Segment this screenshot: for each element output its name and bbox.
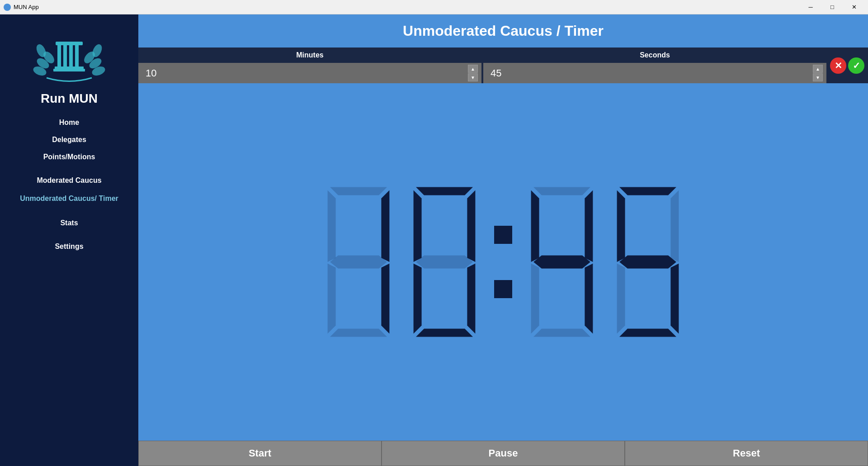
timer-settings: Minutes ▲ ▼ Seconds ▲ ▼ <box>138 48 868 83</box>
digit-display <box>318 176 689 348</box>
svg-rect-11 <box>69 45 73 68</box>
clock-display <box>138 83 868 441</box>
svg-marker-34 <box>585 264 593 334</box>
sidebar-nav: Home Delegates Points/Motions Moderated … <box>0 115 138 254</box>
svg-rect-8 <box>56 42 83 45</box>
digit-tens-seconds <box>521 176 603 348</box>
svg-marker-15 <box>330 187 387 195</box>
svg-marker-27 <box>467 264 475 334</box>
svg-marker-18 <box>330 256 387 269</box>
page-title-bar: Unmoderated Caucus / Timer <box>138 14 868 48</box>
app-icon <box>4 4 11 11</box>
sidebar-item-stats[interactable]: Stats <box>0 215 138 231</box>
page-title: Unmoderated Caucus / Timer <box>147 23 859 39</box>
pause-button[interactable]: Pause <box>382 441 625 466</box>
svg-marker-21 <box>330 329 387 337</box>
sidebar-item-unmoderated-caucus[interactable]: Unmoderated Caucus/ Timer <box>0 190 138 207</box>
app-body: Run MUN Home Delegates Points/Motions Mo… <box>0 14 868 466</box>
main-content: Unmoderated Caucus / Timer Minutes ▲ ▼ S… <box>138 14 868 466</box>
svg-marker-28 <box>416 329 473 337</box>
svg-marker-26 <box>414 264 422 334</box>
svg-rect-9 <box>57 45 61 68</box>
title-bar-controls: ─ □ ✕ <box>800 0 864 14</box>
seconds-field: Seconds ▲ ▼ <box>483 48 826 83</box>
svg-marker-24 <box>467 190 475 262</box>
seconds-spinner: ▲ ▼ <box>813 65 823 81</box>
svg-marker-42 <box>619 329 676 337</box>
svg-marker-25 <box>416 256 473 269</box>
svg-marker-23 <box>414 190 422 262</box>
title-bar: MUN App ─ □ ✕ <box>0 0 868 14</box>
start-button[interactable]: Start <box>138 441 382 466</box>
minutes-label: Minutes <box>138 48 481 63</box>
svg-marker-33 <box>531 264 539 334</box>
ok-button[interactable]: ✓ <box>848 57 864 74</box>
digit-units-minutes <box>404 176 485 348</box>
minutes-input[interactable] <box>142 66 468 81</box>
cancel-button[interactable]: ✕ <box>830 57 846 74</box>
svg-marker-35 <box>533 329 590 337</box>
sidebar-item-delegates[interactable]: Delegates <box>0 132 138 147</box>
svg-rect-14 <box>53 69 85 71</box>
svg-marker-41 <box>670 264 679 334</box>
svg-marker-20 <box>381 264 389 334</box>
svg-marker-16 <box>328 190 336 262</box>
digit-tens-minutes <box>318 176 399 348</box>
sidebar: Run MUN Home Delegates Points/Motions Mo… <box>0 14 138 466</box>
svg-marker-38 <box>670 190 679 262</box>
sidebar-item-points-motions[interactable]: Points/Motions <box>0 149 138 165</box>
reset-button[interactable]: Reset <box>625 441 868 466</box>
svg-marker-19 <box>328 264 336 334</box>
svg-marker-37 <box>617 190 625 262</box>
seconds-label: Seconds <box>483 48 826 63</box>
seconds-input[interactable] <box>487 66 813 81</box>
colon-separator <box>494 226 512 298</box>
minutes-up-button[interactable]: ▲ <box>468 65 478 73</box>
title-bar-left: MUN App <box>4 4 39 11</box>
colon-dot-top <box>494 226 512 244</box>
timer-controls-right: ✕ ✓ <box>826 48 868 83</box>
sidebar-item-settings[interactable]: Settings <box>0 239 138 254</box>
digit-units-seconds <box>607 176 689 348</box>
minutes-spinner: ▲ ▼ <box>468 65 478 81</box>
seconds-input-row: ▲ ▼ <box>483 63 826 83</box>
svg-marker-30 <box>531 190 539 262</box>
minutes-field: Minutes ▲ ▼ <box>138 48 481 83</box>
sidebar-app-name: Run MUN <box>41 91 98 106</box>
svg-marker-32 <box>533 256 590 269</box>
seconds-up-button[interactable]: ▲ <box>813 65 823 73</box>
svg-marker-22 <box>416 187 473 195</box>
svg-rect-12 <box>75 45 79 68</box>
title-bar-text: MUN App <box>14 4 39 10</box>
minimize-button[interactable]: ─ <box>800 0 821 14</box>
colon-dot-bottom <box>494 280 512 298</box>
minutes-input-row: ▲ ▼ <box>138 63 481 83</box>
close-button[interactable]: ✕ <box>844 0 864 14</box>
svg-marker-40 <box>617 264 625 334</box>
svg-rect-10 <box>63 45 67 68</box>
minutes-down-button[interactable]: ▼ <box>468 73 478 81</box>
sidebar-logo <box>24 24 114 87</box>
svg-marker-17 <box>381 190 389 262</box>
maximize-button[interactable]: □ <box>822 0 843 14</box>
svg-marker-36 <box>619 187 676 195</box>
sidebar-item-home[interactable]: Home <box>0 115 138 130</box>
seconds-down-button[interactable]: ▼ <box>813 73 823 81</box>
bottom-bar: Start Pause Reset <box>138 441 868 466</box>
svg-marker-29 <box>533 187 590 195</box>
sidebar-item-moderated-caucus[interactable]: Moderated Caucus <box>0 173 138 188</box>
svg-marker-31 <box>585 190 593 262</box>
svg-marker-39 <box>619 256 676 269</box>
